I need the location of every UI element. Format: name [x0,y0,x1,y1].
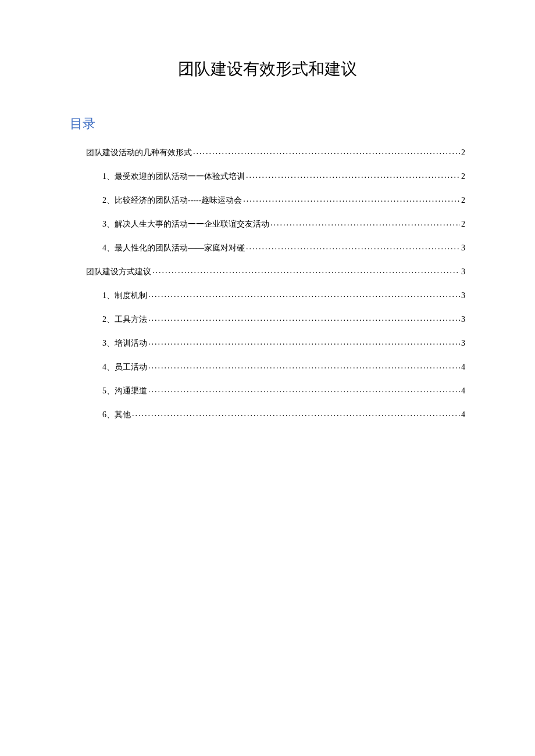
toc-dots [148,361,460,370]
toc-list: 团队建设活动的几种有效形式 2 1、最受欢迎的团队活动一一体验式培训 2 2、比… [70,147,465,420]
toc-entry-label: 1、制度机制 [102,291,147,301]
toc-entry-label: 2、工具方法 [102,314,147,325]
toc-entry-page: 2 [461,148,465,157]
toc-entry[interactable]: 1、最受欢迎的团队活动一一体验式培训 2 [70,171,465,182]
toc-dots [152,266,460,274]
toc-entry-page: 2 [461,220,465,229]
toc-dots [148,314,460,322]
toc-entry-page: 4 [461,363,465,372]
toc-entry-page: 3 [461,339,465,348]
toc-heading: 目录 [70,115,465,132]
toc-entry[interactable]: 团队建设活动的几种有效形式 2 [70,147,465,158]
toc-entry-page: 4 [461,386,465,396]
toc-dots [148,338,460,346]
toc-dots [246,171,460,179]
toc-entry-label: 3、培训活动 [102,338,147,349]
toc-entry[interactable]: 2、比较经济的团队活动-----趣味运动会 2 [70,195,465,206]
toc-entry[interactable]: 6、其他 4 [70,409,465,420]
toc-entry-label: 团队建设活动的几种有效形式 [86,148,192,158]
toc-entry-page: 3 [461,315,465,324]
toc-entry-page: 4 [461,410,465,420]
toc-dots [270,218,460,227]
toc-entry[interactable]: 1、制度机制 3 [70,290,465,301]
toc-entry[interactable]: 4、最人性化的团队活动——家庭对对碰 3 [70,242,465,253]
toc-entry[interactable]: 3、解决人生大事的活动一一企业联谊交友活动 2 [70,218,465,230]
toc-entry-label: 4、员工活动 [102,362,147,372]
toc-entry-page: 2 [461,172,465,181]
toc-entry-page: 3 [461,267,465,277]
toc-entry-label: 4、最人性化的团队活动——家庭对对碰 [102,243,245,253]
page-title: 团队建设有效形式和建议 [70,58,465,80]
toc-dots [193,147,460,155]
toc-entry-page: 3 [461,291,465,300]
toc-entry-label: 5、沟通渠道 [102,386,147,396]
toc-dots [148,385,460,393]
toc-dots [148,290,460,298]
toc-entry[interactable]: 2、工具方法 3 [70,314,465,325]
toc-entry-label: 2、比较经济的团队活动-----趣味运动会 [102,195,242,206]
toc-entry-label: 1、最受欢迎的团队活动一一体验式培训 [102,171,245,182]
toc-entry[interactable]: 5、沟通渠道 4 [70,385,465,396]
toc-entry-label: 6、其他 [102,410,131,420]
toc-dots [132,409,460,417]
toc-dots [246,242,460,250]
toc-entry[interactable]: 团队建设方式建议 3 [70,266,465,277]
toc-entry-label: 3、解决人生大事的活动一一企业联谊交友活动 [102,219,269,230]
toc-entry-page: 2 [461,196,465,205]
toc-dots [243,195,460,203]
toc-entry[interactable]: 3、培训活动 3 [70,338,465,349]
toc-entry[interactable]: 4、员工活动 4 [70,361,465,372]
toc-entry-page: 3 [461,243,465,253]
toc-entry-label: 团队建设方式建议 [86,267,151,277]
